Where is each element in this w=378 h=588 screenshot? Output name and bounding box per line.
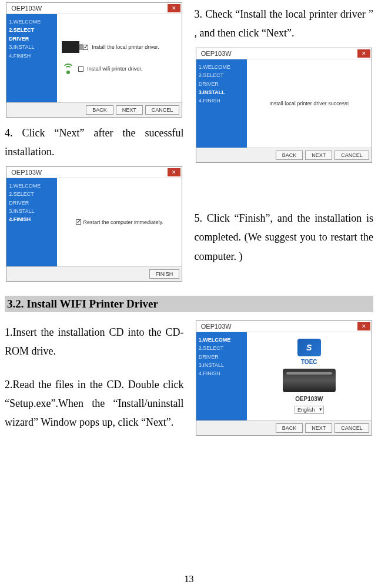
page-number: 13: [185, 574, 194, 584]
main-panel: Restart the computer immediately.: [57, 178, 182, 266]
step-select-driver: 2.SELECT DRIVER: [199, 344, 245, 361]
window-title: OEP103W: [11, 169, 42, 176]
installer-screenshot-install-success: OEP103W ✕ 1.WELCOME 2.SELECT DRIVER 3.IN…: [196, 48, 372, 163]
close-icon: ✕: [357, 49, 370, 58]
usb-icon: [62, 41, 79, 53]
cancel-button: CANCEL: [145, 105, 180, 115]
back-button: BACK: [86, 105, 113, 115]
next-button: NEXT: [116, 105, 143, 115]
window-title: OEP103W: [201, 50, 232, 57]
brand-label: TOEC: [301, 359, 317, 365]
step-sidebar: 1.WELCOME 2.SELECT DRIVER 3.INSTALL 4.FI…: [6, 14, 57, 102]
titlebar: OEP103W ✕: [196, 48, 372, 59]
footer: FINISH: [6, 266, 182, 281]
step3-text: 3. Check “Install the local printer driv…: [195, 5, 374, 43]
next-button: NEXT: [305, 423, 332, 433]
titlebar: OEP103W ✕: [196, 321, 372, 332]
section-heading: 3.2. Install WIFI Printer Driver: [5, 296, 373, 312]
step-install: 3.INSTALL: [9, 43, 55, 51]
installer-screenshot-finish: OEP103W ✕ 1.WELCOME 2.SELECT DRIVER 3.IN…: [6, 166, 182, 282]
step-install: 3.INSTALL: [199, 88, 245, 96]
model-label: OEP103W: [295, 396, 323, 402]
wifi-driver-option: Install wifi printer driver.: [62, 62, 177, 75]
local-checkbox: [83, 45, 88, 50]
step-install: 3.INSTALL: [199, 361, 245, 369]
cancel-button: CANCEL: [334, 151, 369, 160]
window-title: OEP103W: [11, 5, 42, 12]
footer: BACK NEXT CANCEL: [6, 102, 182, 117]
step-select-driver: 2.SELECT DRIVER: [199, 71, 245, 88]
step-welcome: 1.WELCOME: [9, 18, 55, 26]
restart-label: Restart the computer immediately.: [83, 219, 163, 225]
next-button: NEXT: [305, 151, 332, 160]
back-button: BACK: [276, 151, 303, 160]
step-install: 3.INSTALL: [9, 207, 55, 215]
main-panel: Install local printer driver success!: [247, 59, 372, 148]
printer-image: [283, 369, 336, 392]
step4-text: 4. Click “Next” after the sucessful inst…: [5, 123, 184, 162]
titlebar: OEP103W ✕: [6, 3, 182, 14]
step-welcome: 1.WELCOME: [199, 63, 245, 71]
wifi-checkbox: [78, 66, 83, 72]
step-sidebar: 1.WELCOME 2.SELECT DRIVER 3.INSTALL 4.FI…: [196, 332, 247, 420]
step-finish: 4.FINISH: [199, 369, 245, 377]
step-select-driver: 2.SELECT DRIVER: [9, 26, 55, 43]
close-icon: ✕: [168, 4, 180, 12]
step-finish: 4.FINISH: [9, 52, 55, 60]
language-value: English: [297, 407, 315, 413]
step-finish: 4.FINISH: [199, 96, 245, 105]
titlebar: OEP103W ✕: [6, 167, 182, 178]
installer-screenshot-select-driver: OEP103W ✕ 1.WELCOME 2.SELECT DRIVER 3.IN…: [6, 2, 182, 118]
step-welcome: 1.WELCOME: [199, 336, 245, 344]
toec-logo-icon: S: [297, 339, 321, 356]
step-sidebar: 1.WELCOME 2.SELECT DRIVER 3.INSTALL 4.FI…: [6, 178, 57, 266]
window-title: OEP103W: [201, 323, 232, 330]
step-finish: 4.FINISH: [9, 215, 55, 223]
wifi-step1-text: 1.Insert the installation CD into the CD…: [5, 323, 184, 361]
wifi-driver-label: Install wifi printer driver.: [87, 66, 142, 72]
wifi-step2-text: 2.Read the files in the CD. Double click…: [5, 375, 184, 432]
installer-screenshot-welcome: OEP103W ✕ 1.WELCOME 2.SELECT DRIVER 3.IN…: [196, 320, 372, 436]
language-select: English: [295, 406, 324, 414]
restart-checkbox: [76, 219, 81, 225]
main-panel: S TOEC OEP103W English: [247, 332, 372, 420]
brand-logo: S TOEC: [297, 339, 321, 365]
close-icon: ✕: [357, 322, 370, 330]
step-select-driver: 2.SELECT DRIVER: [9, 190, 55, 207]
finish-button: FINISH: [149, 269, 180, 279]
close-icon: ✕: [168, 168, 180, 176]
footer: BACK NEXT CANCEL: [196, 420, 372, 435]
success-msg: Install local printer driver success!: [269, 101, 349, 106]
step-sidebar: 1.WELCOME 2.SELECT DRIVER 3.INSTALL 4.FI…: [196, 59, 247, 148]
main-panel: Install the local printer driver. Instal…: [57, 14, 182, 102]
footer: BACK NEXT CANCEL: [196, 148, 372, 162]
cancel-button: CANCEL: [334, 423, 369, 433]
local-driver-label: Install the local printer driver.: [92, 44, 159, 50]
step5-text: 5. Click “Finish”, and the installation …: [195, 209, 374, 266]
local-driver-option: Install the local printer driver.: [62, 41, 177, 53]
step-welcome: 1.WELCOME: [9, 182, 55, 190]
wifi-icon: [62, 62, 75, 75]
back-button: BACK: [276, 423, 303, 433]
